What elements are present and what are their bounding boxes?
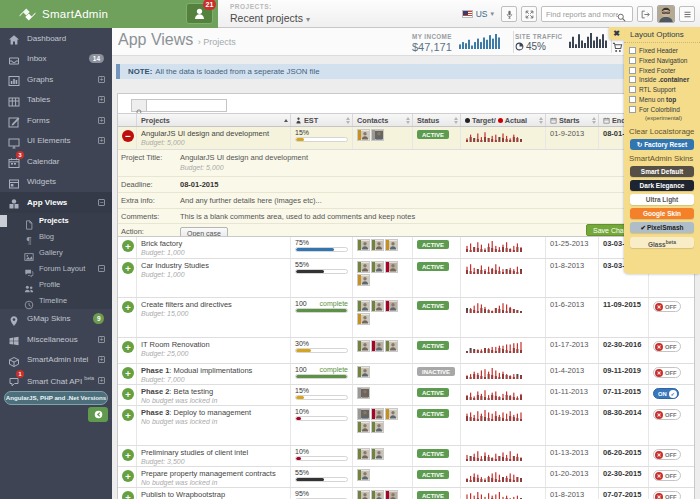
checkbox-box[interactable]	[629, 96, 636, 103]
table-row[interactable]: + Phase 2: Beta testingNo budget was loc…	[118, 385, 694, 406]
cart-button[interactable]	[612, 39, 623, 57]
sidebar-item-smartadmin-intel[interactable]: SmartAdmin Intel +	[0, 350, 112, 371]
checkbox-fixed-navigation[interactable]: Fixed Navigation	[629, 57, 698, 64]
expand-row-button[interactable]: +	[122, 240, 134, 252]
checkbox-for-colorblind[interactable]: For Colorblind	[629, 106, 698, 113]
table-row[interactable]: + Publish to WrapbootstrapBudget: 4,000 …	[118, 488, 694, 499]
contact-avatar[interactable]	[357, 448, 370, 460]
column-header-starts[interactable]: Starts	[546, 114, 599, 126]
contact-avatar[interactable]	[371, 239, 384, 251]
expand-row-button[interactable]: +	[122, 367, 134, 379]
logout-button[interactable]	[637, 6, 653, 22]
sidebar-subitem-timeline[interactable]: Timeline	[0, 293, 112, 309]
sidebar-subitem-profile[interactable]: Profile	[0, 277, 112, 293]
expand-row-button[interactable]: +	[122, 388, 134, 400]
column-header-target-actual[interactable]: Target/Actual	[461, 114, 546, 126]
collapse-row-button[interactable]: −	[122, 130, 134, 142]
skin-button-ultra-light[interactable]: Ultra Light	[630, 194, 694, 205]
sidebar-item-inbox[interactable]: Inbox 14	[0, 49, 112, 70]
expand-row-button[interactable]: +	[122, 470, 134, 482]
contact-avatar[interactable]	[357, 129, 370, 141]
fullscreen-button[interactable]	[521, 6, 537, 22]
open-case-button[interactable]: Open case	[180, 227, 228, 236]
checkbox-fixed-header[interactable]: Fixed Header	[629, 47, 698, 54]
sidebar-item-forms[interactable]: Forms +	[0, 110, 112, 131]
sidebar-item-miscellaneous[interactable]: Miscellaneous +	[0, 329, 112, 350]
expand-row-button[interactable]: +	[122, 449, 134, 461]
sidebar-item-widgets[interactable]: Widgets	[0, 172, 112, 193]
contact-avatar[interactable]	[371, 421, 384, 433]
skin-button-google-skin[interactable]: Google Skin	[630, 208, 694, 219]
row-toggle-off[interactable]: ✕OFF	[653, 367, 681, 378]
table-search-input[interactable]	[146, 99, 227, 112]
table-row[interactable]: + Brick factoryBudget: 1,000 75% ACTIVE …	[118, 237, 694, 259]
column-header-est[interactable]: EST	[291, 114, 353, 126]
contact-avatar[interactable]	[357, 366, 370, 378]
contact-avatar[interactable]	[357, 261, 370, 273]
sidebar-item-dashboard[interactable]: Dashboard	[0, 28, 112, 49]
contact-avatar[interactable]	[371, 300, 384, 312]
language-selector[interactable]: US ▾	[462, 9, 494, 19]
expand-row-button[interactable]: +	[122, 409, 134, 421]
versions-button[interactable]: AngularJS, PHP and .Net Versions	[4, 391, 108, 405]
table-row[interactable]: + Prepare property management contractsN…	[118, 467, 694, 488]
row-toggle-off[interactable]: ✕OFF	[653, 449, 681, 460]
factory-reset-button[interactable]: ↻ Factory Reset	[630, 139, 694, 150]
contact-avatar[interactable]	[385, 340, 398, 352]
expand-row-button[interactable]: +	[122, 341, 134, 353]
row-toggle-off[interactable]: ✕OFF	[653, 491, 681, 499]
recent-projects-dropdown[interactable]: Recent projects ▾	[230, 12, 310, 24]
row-toggle-off[interactable]: ✕OFF	[653, 409, 681, 420]
contact-avatar[interactable]	[357, 274, 370, 286]
sidebar-subitem-blog[interactable]: ¶ Blog	[0, 229, 112, 245]
contact-avatar[interactable]	[357, 313, 370, 325]
voice-command-button[interactable]	[501, 6, 517, 22]
contact-avatar[interactable]	[385, 300, 398, 312]
contact-avatar[interactable]	[385, 239, 398, 251]
layout-options-close-button[interactable]: ✖	[609, 27, 624, 40]
row-toggle-off[interactable]: ✕OFF	[653, 301, 681, 312]
checkbox-inside-container[interactable]: Inside .container	[629, 76, 698, 83]
checkbox-rtl-support[interactable]: RTL Support	[629, 86, 698, 93]
sidebar-item-calendar[interactable]: 3 Calendar	[0, 151, 112, 172]
sidebar-subitem-projects[interactable]: Projects	[0, 213, 112, 229]
checkbox-menu-on-top[interactable]: Menu on top	[629, 96, 698, 103]
skin-button-smart-default[interactable]: Smart Default	[630, 166, 694, 177]
contact-avatar[interactable]	[385, 408, 398, 420]
row-toggle-off[interactable]: ✕OFF	[653, 470, 681, 481]
contact-avatar[interactable]	[357, 469, 370, 481]
column-header-projects[interactable]: Projects	[137, 114, 291, 126]
sidebar-subitem-gallery[interactable]: Gallery	[0, 245, 112, 261]
contact-avatar[interactable]	[357, 387, 370, 399]
table-row[interactable]: + Create filters and directivesBudget: 1…	[118, 298, 694, 338]
sidebar-item-tables[interactable]: Tables +	[0, 90, 112, 111]
checkbox-box[interactable]	[629, 86, 636, 93]
checkbox-fixed-footer[interactable]: Fixed Footer	[629, 67, 698, 74]
sidebar-subitem-forum-layout[interactable]: Forum Layout −	[0, 261, 112, 277]
contact-avatar[interactable]	[357, 300, 370, 312]
contact-avatar[interactable]	[385, 490, 398, 499]
row-toggle-off[interactable]: ✕OFF	[653, 341, 681, 352]
sidebar-item-smart-chat-api[interactable]: 1 Smart Chat API beta +	[0, 370, 112, 391]
checkbox-box[interactable]	[629, 76, 636, 83]
table-row[interactable]: + Phase 1: Modual implimentationsBudget:…	[118, 364, 694, 385]
contact-avatar[interactable]	[371, 129, 384, 141]
contact-avatar[interactable]	[371, 261, 384, 273]
table-row[interactable]: + Preliminary studies of client intelBud…	[118, 446, 694, 467]
table-row[interactable]: − AngularJS UI design and developmentBud…	[118, 127, 694, 150]
contact-avatar[interactable]	[371, 448, 384, 460]
checkbox-box[interactable]	[629, 57, 636, 64]
column-header-status[interactable]: Status	[413, 114, 461, 126]
sidebar-item-graphs[interactable]: Graphs +	[0, 69, 112, 90]
expand-row-button[interactable]: +	[122, 491, 134, 499]
contact-avatar[interactable]	[371, 408, 384, 420]
contact-avatar[interactable]	[371, 340, 384, 352]
skin-button-glass[interactable]: Glassbeta	[630, 237, 694, 248]
contact-avatar[interactable]	[357, 421, 370, 433]
contact-avatar[interactable]	[357, 408, 370, 420]
skin-button-dark-elegance[interactable]: Dark Elegance	[630, 180, 694, 191]
contact-avatar[interactable]	[357, 239, 370, 251]
menu-button[interactable]	[679, 6, 695, 22]
checkbox-box[interactable]	[629, 106, 636, 113]
minify-nav-button[interactable]	[88, 407, 108, 422]
